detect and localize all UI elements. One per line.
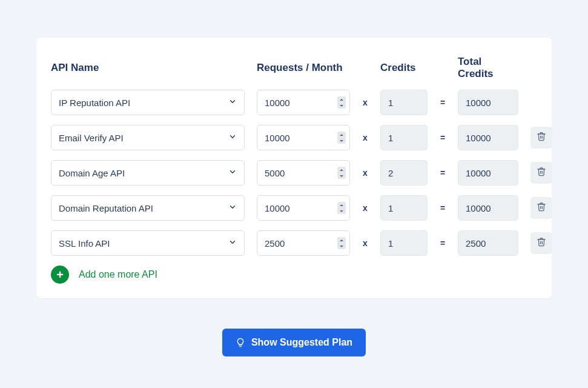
- requests-value: 10000: [265, 133, 290, 143]
- api-select[interactable]: IP Reputation API: [51, 90, 245, 115]
- requests-value: 2500: [265, 238, 285, 249]
- requests-input[interactable]: 2500: [257, 230, 350, 256]
- requests-input[interactable]: 10000: [257, 195, 350, 221]
- credits-display: 2: [380, 160, 428, 186]
- api-select-value: IP Reputation API: [59, 98, 130, 108]
- times-symbol: x: [362, 203, 368, 213]
- show-suggested-plan-button[interactable]: Show Suggested Plan: [222, 329, 366, 356]
- trash-icon: [537, 167, 546, 179]
- delete-row-button[interactable]: [530, 197, 552, 219]
- number-stepper[interactable]: [337, 202, 346, 214]
- trash-icon: [537, 202, 546, 214]
- cta-label: Show Suggested Plan: [251, 337, 352, 348]
- header-api-name: API Name: [51, 62, 245, 74]
- add-api-label: Add one more API: [79, 269, 157, 280]
- requests-value: 5000: [265, 168, 285, 178]
- header-credits: Credits: [380, 62, 428, 74]
- requests-input[interactable]: 10000: [257, 125, 350, 150]
- requests-value: 10000: [265, 98, 290, 108]
- times-symbol: x: [362, 238, 368, 248]
- api-select[interactable]: Domain Reputation API: [51, 195, 245, 221]
- number-stepper[interactable]: [337, 237, 346, 249]
- api-row: IP Reputation API10000x1=10000: [51, 90, 537, 115]
- equals-symbol: =: [440, 133, 446, 142]
- requests-input[interactable]: 5000: [257, 160, 350, 186]
- equals-symbol: =: [440, 238, 446, 248]
- number-stepper[interactable]: [337, 167, 346, 179]
- trash-icon: [537, 237, 546, 249]
- equals-symbol: =: [440, 203, 446, 213]
- total-credits-display: 2500: [458, 230, 518, 256]
- credits-display: 1: [380, 230, 428, 256]
- api-select-value: Domain Reputation API: [59, 203, 153, 213]
- api-row: SSL Info API2500x1=2500: [51, 230, 537, 256]
- api-select[interactable]: SSL Info API: [51, 230, 245, 256]
- delete-row-button[interactable]: [530, 232, 552, 254]
- delete-row-button[interactable]: [530, 162, 552, 184]
- api-row: Email Verify API10000x1=10000: [51, 125, 537, 150]
- lightbulb-icon: [236, 338, 245, 347]
- header-total: Total Credits: [458, 56, 518, 80]
- plus-icon: +: [51, 266, 69, 284]
- times-symbol: x: [362, 98, 368, 107]
- requests-input[interactable]: 10000: [257, 90, 350, 115]
- chevron-down-icon: [228, 203, 237, 213]
- equals-symbol: =: [440, 98, 446, 107]
- credits-display: 1: [380, 90, 428, 115]
- total-credits-display: 10000: [458, 125, 518, 150]
- api-row: Domain Age API5000x2=10000: [51, 160, 537, 186]
- number-stepper[interactable]: [337, 96, 346, 109]
- chevron-down-icon: [228, 133, 237, 143]
- equals-symbol: =: [440, 168, 446, 178]
- api-select[interactable]: Domain Age API: [51, 160, 245, 186]
- api-select-value: Email Verify API: [59, 133, 124, 143]
- api-select-value: Domain Age API: [59, 168, 125, 178]
- delete-row-button[interactable]: [530, 127, 552, 149]
- total-credits-display: 10000: [458, 90, 518, 115]
- trash-icon: [537, 132, 546, 144]
- total-credits-display: 10000: [458, 195, 518, 221]
- chevron-down-icon: [228, 168, 237, 178]
- number-stepper[interactable]: [337, 132, 346, 144]
- header-row: API Name Requests / Month Credits Total …: [51, 56, 537, 80]
- add-api-button[interactable]: + Add one more API: [51, 266, 537, 284]
- api-select[interactable]: Email Verify API: [51, 125, 245, 150]
- times-symbol: x: [362, 168, 368, 178]
- requests-value: 10000: [265, 203, 290, 213]
- chevron-down-icon: [228, 238, 237, 249]
- times-symbol: x: [362, 133, 368, 142]
- api-select-value: SSL Info API: [59, 238, 110, 249]
- credits-display: 1: [380, 125, 428, 150]
- credits-display: 1: [380, 195, 428, 221]
- header-requests: Requests / Month: [257, 62, 350, 74]
- total-credits-display: 10000: [458, 160, 518, 186]
- chevron-down-icon: [228, 98, 237, 108]
- plan-builder-card: API Name Requests / Month Credits Total …: [36, 38, 552, 298]
- api-row: Domain Reputation API10000x1=10000: [51, 195, 537, 221]
